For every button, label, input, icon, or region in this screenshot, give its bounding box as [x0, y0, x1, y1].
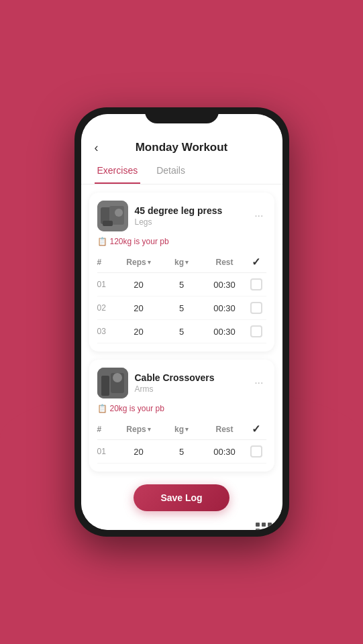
- checkbox-1-1[interactable]: [250, 278, 262, 290]
- grid-dot: [268, 523, 272, 527]
- grid-dot: [256, 529, 260, 530]
- exercise-thumbnail-2: [97, 368, 128, 398]
- page-title: Monday Workout: [136, 141, 228, 154]
- tab-details[interactable]: Details: [154, 158, 188, 184]
- grid-dot: [268, 529, 272, 530]
- tab-exercises[interactable]: Exercises: [95, 158, 141, 184]
- set-check[interactable]: [246, 302, 266, 314]
- table-header-1: # Reps ▾ kg ▾ Rest ✓: [97, 253, 266, 273]
- save-log-button[interactable]: Save Log: [134, 484, 229, 511]
- col-num-header: #: [97, 256, 117, 268]
- exercise-thumbnail-1: [97, 201, 128, 231]
- set-num: 02: [97, 303, 117, 313]
- svg-point-3: [115, 209, 123, 217]
- set-table-1: # Reps ▾ kg ▾ Rest ✓: [97, 253, 266, 343]
- set-row-1-1: 01 20 5 00:30: [97, 273, 266, 297]
- set-check[interactable]: [246, 278, 266, 290]
- col-check-header-2: ✓: [246, 423, 266, 435]
- exercise-category-2: Arms: [135, 384, 252, 394]
- tab-bar: Exercises Details: [81, 158, 282, 184]
- checkbox-2-1[interactable]: [250, 445, 262, 458]
- set-check[interactable]: [246, 325, 266, 337]
- col-kg-header-2: kg ▾: [160, 423, 203, 435]
- more-options-1[interactable]: ···: [252, 207, 266, 225]
- set-row-2-1: 01 20 5 00:30: [97, 440, 266, 464]
- set-table-2: # Reps ▾ kg ▾ Rest ✓: [97, 420, 266, 464]
- pb-badge-2: 📋 20kg is your pb: [97, 404, 266, 413]
- phone-notch: [145, 107, 219, 123]
- set-row-1-2: 02 20 5 00:30: [97, 297, 266, 320]
- col-kg-header: kg ▾: [160, 256, 203, 268]
- exercise-card-1: 45 degree leg press Legs ··· 📋 120kg is …: [89, 193, 274, 352]
- set-rest: 00:30: [203, 327, 246, 337]
- pb-badge-1: 📋 120kg is your pb: [97, 237, 266, 246]
- set-reps[interactable]: 20: [117, 303, 160, 313]
- checkbox-1-2[interactable]: [250, 302, 262, 314]
- grid-dot: [256, 523, 260, 527]
- set-rest: 00:30: [203, 303, 246, 313]
- set-rest: 00:30: [203, 447, 246, 457]
- pb-text-1: 120kg is your pb: [110, 237, 169, 246]
- checkbox-1-3[interactable]: [250, 325, 262, 337]
- more-options-2[interactable]: ···: [252, 374, 266, 392]
- grid-menu-icon[interactable]: [256, 523, 272, 530]
- exercise-category-1: Legs: [135, 217, 252, 227]
- exercise-name-2: Cable Crossovers: [135, 372, 252, 383]
- set-reps[interactable]: 20: [117, 280, 160, 290]
- page-header: ‹ Monday Workout: [81, 134, 282, 158]
- reps-chevron: ▾: [148, 259, 151, 266]
- set-num: 01: [97, 447, 117, 456]
- set-row-1-3: 03 20 5 00:30: [97, 320, 266, 343]
- set-reps[interactable]: 20: [117, 447, 160, 457]
- exercise-name-1: 45 degree leg press: [135, 205, 252, 216]
- reps-chevron-2: ▾: [148, 426, 151, 433]
- set-check[interactable]: [246, 445, 266, 458]
- set-num: 03: [97, 327, 117, 336]
- grid-dot: [262, 523, 266, 527]
- grid-dot: [262, 529, 266, 530]
- svg-rect-4: [103, 221, 113, 226]
- col-rest-header-2: Rest: [203, 423, 246, 435]
- col-reps-header: Reps ▾: [117, 256, 160, 268]
- save-log-container: Save Log: [81, 479, 282, 517]
- col-reps-header-2: Reps ▾: [117, 423, 160, 435]
- pb-text-2: 20kg is your pb: [110, 404, 164, 413]
- set-kg[interactable]: 5: [160, 280, 203, 290]
- back-button[interactable]: ‹: [92, 138, 101, 158]
- kg-chevron: ▾: [185, 259, 189, 266]
- table-header-2: # Reps ▾ kg ▾ Rest ✓: [97, 420, 266, 440]
- svg-point-9: [113, 373, 122, 382]
- set-rest: 00:30: [203, 280, 246, 290]
- set-reps[interactable]: 20: [117, 327, 160, 337]
- set-kg[interactable]: 5: [160, 303, 203, 313]
- exercise-card-2: Cable Crossovers Arms ··· 📋 20kg is your…: [89, 360, 274, 472]
- col-num-header-2: #: [97, 423, 117, 435]
- set-kg[interactable]: 5: [160, 327, 203, 337]
- pb-icon-1: 📋: [97, 237, 107, 246]
- col-rest-header: Rest: [203, 256, 246, 268]
- pb-icon-2: 📋: [97, 404, 107, 413]
- col-check-header: ✓: [246, 256, 266, 268]
- bottom-nav: [81, 517, 282, 530]
- kg-chevron-2: ▾: [185, 426, 189, 433]
- set-kg[interactable]: 5: [160, 447, 203, 457]
- svg-rect-7: [101, 376, 109, 396]
- set-num: 01: [97, 280, 117, 289]
